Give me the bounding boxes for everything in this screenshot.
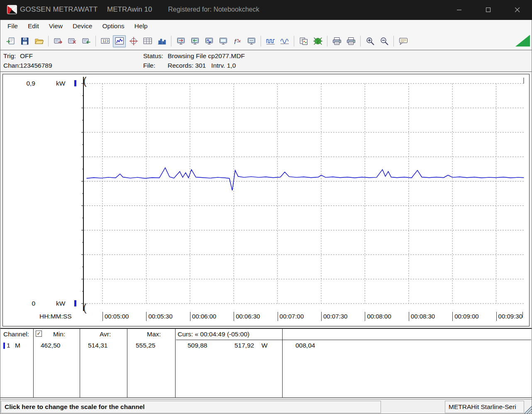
- minimize-icon: [457, 7, 462, 12]
- y-axis-unit-bottom: kW: [56, 300, 65, 307]
- config-new-button[interactable]: [4, 35, 17, 47]
- channel-visible-checkbox[interactable]: ✓: [36, 331, 42, 337]
- toolbar-separator: [48, 36, 49, 47]
- chan-label: Chan:: [3, 62, 20, 69]
- close-icon: [515, 7, 520, 12]
- x-axis-tick: 00:06:30: [234, 312, 260, 321]
- device-monitor-button[interactable]: [203, 35, 215, 47]
- cell-channel-mode: M: [15, 342, 20, 349]
- cursor-marker-bottom: (: [83, 302, 87, 313]
- envelope-wave-button[interactable]: [278, 35, 291, 47]
- toolbar-separator: [327, 36, 327, 47]
- file-value: Records: 301 Intrv. 1,0: [168, 62, 236, 69]
- data-delete-button[interactable]: [66, 35, 78, 47]
- zoom-out-button[interactable]: [378, 35, 390, 47]
- table-divider: [80, 329, 80, 397]
- col-header-avr: Avr:: [100, 331, 111, 338]
- view-table-button[interactable]: [141, 35, 154, 47]
- menu-bar: FileEditViewDeviceOptionsHelp: [0, 20, 532, 32]
- y-axis-min-label[interactable]: 0: [18, 300, 35, 307]
- col-header-channel: Channel:: [3, 331, 29, 338]
- file-label: File:: [143, 62, 155, 69]
- status-bar: Click here to change the scale for the c…: [0, 399, 532, 414]
- chart-panel[interactable]: 0,9 kW 0 kW ( ( HH:MM:SS 00:05:0000:05:3…: [2, 74, 530, 326]
- live-mode-button[interactable]: [311, 35, 324, 47]
- statusbar-hint[interactable]: Click here to change the scale for the c…: [1, 401, 381, 413]
- view-numeric-button[interactable]: 123: [99, 35, 112, 47]
- cell-avr-value: 514,31: [88, 342, 107, 349]
- title-bar: GOSSEN METRAWATT METRAwin 10 Registered …: [0, 0, 532, 20]
- cell-delta-value: 008,04: [295, 342, 315, 349]
- device-memory-button[interactable]: [245, 35, 258, 47]
- channel1-color-marker: [3, 343, 5, 349]
- data-export-button[interactable]: [51, 35, 64, 47]
- col-header-max: Max:: [147, 331, 161, 338]
- registered-text: Registered for: Notebookcheck: [168, 6, 259, 13]
- toolbar-separator: [393, 36, 394, 47]
- cell-cursor-b-value: 517,92: [234, 342, 254, 349]
- data-import-button[interactable]: [80, 35, 93, 47]
- toolbar-separator: [171, 36, 171, 47]
- channel-table[interactable]: Channel: ✓ Min: Avr: Max: Curs: « 00:04:…: [0, 328, 532, 398]
- x-axis-label: HH:MM:SS: [39, 313, 72, 320]
- app-logo-icon: [7, 5, 17, 16]
- view-trend-chart-button[interactable]: [113, 35, 126, 47]
- x-axis-tick: 00:06:00: [190, 312, 216, 321]
- config-save-button[interactable]: [18, 35, 31, 47]
- minimize-button[interactable]: [445, 0, 474, 20]
- y-axis-unit-top: kW: [56, 80, 65, 87]
- channel1-range-marker-bottom: [74, 300, 76, 306]
- cursor-marker-top: (: [83, 76, 87, 86]
- status-value: Browsing File cp2077.MDF: [168, 52, 245, 60]
- menu-file[interactable]: File: [2, 21, 23, 32]
- col-header-cursor: Curs: « 00:04:49 (-05:00): [178, 331, 249, 338]
- device-display-button[interactable]: [217, 35, 229, 47]
- table-divider: [282, 329, 283, 397]
- x-axis-tick: 00:08:00: [365, 312, 391, 321]
- print-preview-button[interactable]: [330, 35, 343, 47]
- copy-clipboard-button[interactable]: [297, 35, 310, 47]
- close-button[interactable]: [503, 0, 532, 20]
- math-function-button[interactable]: ƒ: [231, 35, 244, 47]
- cell-cursor-a-value: 509,88: [188, 342, 207, 349]
- status-label: Status:: [143, 52, 163, 60]
- chart-svg[interactable]: [3, 74, 529, 326]
- toolbar-separator: [261, 36, 261, 47]
- table-divider: [127, 329, 127, 397]
- y-axis-max-label[interactable]: 0,9: [18, 80, 35, 87]
- table-divider: [33, 329, 34, 397]
- x-axis-tick: 00:05:00: [102, 312, 129, 321]
- view-histogram-button[interactable]: [155, 35, 168, 47]
- status-panel: Trig: OFF Chan: 123456789 Status: Browsi…: [0, 50, 532, 72]
- file-open-button[interactable]: [32, 35, 45, 47]
- zoom-in-button[interactable]: [364, 35, 376, 47]
- pulse-wave-button[interactable]: [264, 35, 277, 47]
- statusbar-device: METRAHit Starline-Seri: [445, 401, 524, 413]
- cell-max-value: 555,25: [136, 342, 155, 349]
- maximize-button[interactable]: [474, 0, 503, 20]
- x-axis-tick: 00:09:00: [452, 312, 478, 321]
- menu-options[interactable]: Options: [97, 21, 129, 32]
- table-divider: [175, 329, 176, 397]
- menu-edit[interactable]: Edit: [23, 21, 44, 32]
- resize-grip[interactable]: [524, 406, 532, 414]
- view-scope-button[interactable]: [127, 35, 140, 47]
- toolbar-buttons: 123ƒ: [0, 32, 532, 50]
- device-send-button[interactable]: [174, 35, 187, 47]
- toolbar-separator: [360, 36, 361, 47]
- cell-unit: W: [261, 342, 268, 349]
- cell-channel-number[interactable]: 1: [7, 342, 10, 349]
- menu-view[interactable]: View: [44, 21, 68, 32]
- power-trace: [86, 168, 524, 191]
- x-axis-tick: 00:08:30: [409, 312, 435, 321]
- device-receive-button[interactable]: [188, 35, 201, 47]
- menu-help[interactable]: Help: [129, 21, 153, 32]
- x-axis-tick: 00:05:30: [146, 312, 172, 321]
- annotation-button[interactable]: [397, 35, 410, 47]
- x-axis-tick: 00:07:30: [321, 312, 347, 321]
- x-axis-tick: 00:07:00: [278, 312, 304, 321]
- trig-value: OFF: [20, 52, 33, 60]
- svg-text:123: 123: [102, 39, 108, 43]
- menu-device[interactable]: Device: [68, 21, 97, 32]
- print-button[interactable]: [344, 35, 357, 47]
